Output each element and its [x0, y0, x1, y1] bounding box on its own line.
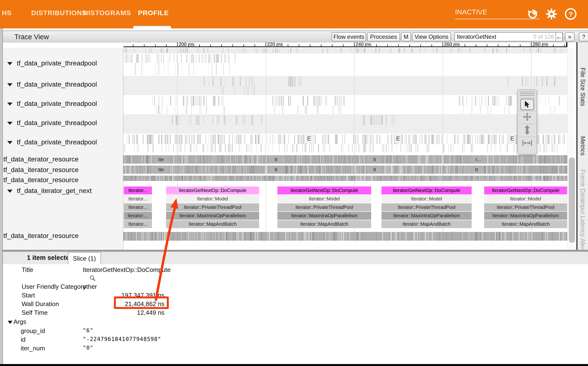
help-icon[interactable]: ? [565, 8, 577, 20]
iterator-get-next-slice[interactable]: IteratorGetNextOp::DoCompute [277, 186, 371, 194]
timing-tool-button[interactable] [518, 137, 536, 150]
pan-tool-button[interactable] [518, 111, 536, 124]
trace-event-tick [554, 77, 555, 86]
panel-divider[interactable] [3, 250, 588, 252]
iterator-child-slice[interactable]: Iterator::PrivateThreadPool [484, 203, 567, 211]
resource-slice-label[interactable]: It [367, 166, 382, 174]
view-options-button[interactable]: View Options [412, 32, 451, 41]
trace-event-tick [196, 54, 196, 63]
side-tab-file-size-stats[interactable]: File Size Stats [579, 68, 586, 106]
track-label-tf-data-private-threadpool[interactable]: tf_data_private_threadpool [7, 138, 97, 146]
selection-tool-button[interactable] [518, 98, 536, 111]
resource-events-row[interactable]: IteItItI... [123, 155, 567, 164]
refresh-icon[interactable] [526, 8, 539, 20]
iterator-child-slice[interactable]: Iterator::Model [484, 195, 567, 203]
iterator-child-slice[interactable]: Iterator::MapAndBatch [277, 220, 371, 228]
instant-event-marker[interactable]: E [306, 134, 313, 143]
tab-histograms[interactable]: HISTOGRAMS [83, 9, 131, 17]
palette-drag-handle[interactable] [520, 92, 535, 97]
zoom-tool-button[interactable] [518, 124, 536, 137]
trace-event-tick [559, 166, 559, 174]
trace-event-tick [261, 232, 262, 241]
resource-events-row[interactable]: IteItItIt [123, 166, 567, 174]
iterator-get-next-slice[interactable]: Iterator... [124, 186, 152, 194]
axis-minor-tick [376, 44, 377, 46]
resource-slice-label[interactable]: Ite [154, 166, 169, 174]
iterator-child-slice[interactable]: Iterator::PrivateThreadPool [277, 203, 371, 211]
iterator-get-next-slice[interactable]: IteratorGetNextOp::DoCompute [382, 186, 472, 194]
tab-profile[interactable]: PROFILE [138, 9, 169, 17]
trace-event-tick [562, 232, 562, 241]
side-tab-metrics[interactable]: Metrics [579, 136, 586, 156]
tab-distributions[interactable]: DISTRIBUTIONS [31, 9, 87, 17]
tab-graphs[interactable]: HS [2, 9, 12, 17]
processes-button[interactable]: Processes [367, 32, 400, 41]
iterator-child-slice[interactable]: Iterator::MaxIntraOpParallelism [484, 212, 567, 220]
find-prev-button[interactable]: ← [556, 33, 562, 41]
resource-slice-label[interactable]: It [269, 166, 283, 174]
trace-event-tick [355, 232, 355, 241]
track-label-tf-data-iterator-get-next[interactable]: tf_data_iterator_get_next [7, 186, 92, 195]
resource-slice-label[interactable]: It [367, 155, 382, 164]
magnifier-icon[interactable] [89, 275, 96, 282]
timeline-vertical-scrollbar[interactable] [567, 48, 576, 250]
iterator-child-slice[interactable]: Iterator::MapAndBatch [382, 220, 472, 228]
trace-event-tick [286, 232, 287, 241]
trace-event-tick [331, 232, 331, 241]
iterator-child-slice[interactable]: Iterator::MapAndBatch [484, 220, 567, 228]
trace-event-tick [453, 144, 454, 152]
trace-event-tick [129, 166, 130, 174]
iterator-child-slice[interactable]: Iterator::Model [166, 195, 259, 203]
iterator-child-slice[interactable]: Iterator:... [124, 212, 152, 220]
iterator-child-slice[interactable]: Iterator... [124, 195, 152, 203]
iterator-child-slice[interactable]: Iterator::Model [277, 195, 371, 203]
gear-icon[interactable] [545, 8, 558, 20]
track-label-tf-data-private-threadpool[interactable]: tf_data_private_threadpool [7, 99, 97, 108]
track-label-tf-data-private-threadpool[interactable]: tf_data_private_threadpool [7, 80, 97, 89]
iterator-child-slice[interactable]: Iterator... [124, 203, 152, 211]
iterator-child-slice[interactable]: Iterator::Model [382, 195, 472, 203]
shortcuts-help-button[interactable]: ? [579, 32, 588, 41]
resource-events-row[interactable] [123, 232, 567, 241]
instant-event-marker[interactable]: E [509, 134, 516, 143]
resource-events-row[interactable] [123, 176, 567, 181]
trace-event-tick [323, 135, 323, 144]
trace-event-tick [509, 106, 509, 114]
trace-event-tick [427, 144, 428, 152]
iterator-child-slice[interactable]: Iterator... [124, 220, 152, 228]
iterator-child-slice[interactable]: Iterator::PrivateThreadPool [166, 203, 259, 211]
args-expander[interactable]: Args [8, 318, 26, 326]
expand-button[interactable]: » [565, 32, 574, 41]
iterator-child-slice[interactable]: Iterator::MaxIntraOpParallelism [277, 212, 371, 220]
trace-event-tick [253, 166, 254, 174]
trace-event-tick [235, 54, 235, 63]
scrollbar-thumb[interactable] [569, 157, 575, 243]
resource-slice-label[interactable]: It [269, 155, 283, 164]
trace-event-tick [417, 176, 417, 181]
trace-event-tick [225, 155, 226, 164]
iterator-child-slice[interactable]: Iterator::MaxIntraOpParallelism [382, 212, 472, 220]
iterator-get-next-slice[interactable]: IteratorGetNextOp::DoCompute [484, 186, 567, 194]
resource-slice-label[interactable]: I... [471, 155, 486, 164]
trace-event-tick [503, 135, 504, 144]
trace-event-tick [185, 144, 185, 152]
tab-slice[interactable]: Slice (1) [68, 252, 101, 264]
iterator-child-slice[interactable]: Iterator::PrivateThreadPool [382, 203, 472, 211]
resource-slice-label[interactable]: It [469, 166, 484, 174]
iterator-child-slice[interactable]: Iterator::MaxIntraOpParallelism [166, 212, 259, 220]
trace-event-tick [223, 86, 224, 95]
trace-event-tick [218, 166, 218, 174]
trace-event-tick [347, 155, 347, 164]
track-label-tf-data-private-threadpool[interactable]: tf_data_private_threadpool [7, 119, 97, 127]
timeline-canvas[interactable]: EEEIteItItI...IteItItItIterator...Iterat… [123, 48, 567, 250]
metadata-button[interactable]: M [401, 32, 411, 41]
flow-events-button[interactable]: Flow events [331, 32, 366, 41]
resource-slice-label[interactable]: Ite [154, 155, 169, 164]
track-label-tf-data-private-threadpool[interactable]: tf_data_private_threadpool [7, 59, 97, 68]
trace-event-tick [252, 144, 252, 152]
find-input[interactable] [455, 33, 533, 41]
trace-event-tick [477, 232, 478, 241]
instant-event-marker[interactable]: E [395, 134, 402, 143]
iterator-child-slice[interactable]: Iterator::MapAndBatch [166, 220, 259, 228]
iterator-get-next-slice[interactable]: IteratorGetNextOp::DoCompute [166, 186, 259, 194]
